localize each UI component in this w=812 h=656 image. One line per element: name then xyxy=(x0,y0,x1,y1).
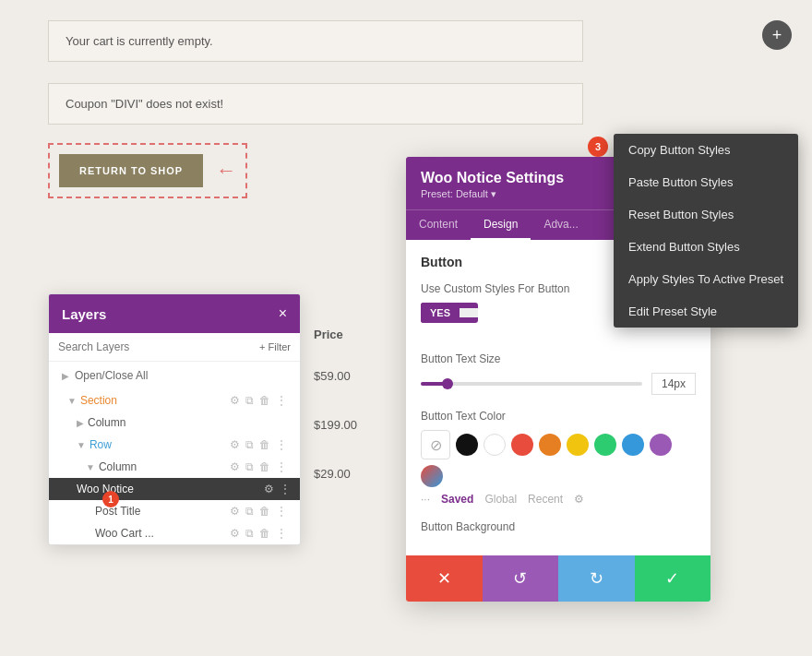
layers-filter-button[interactable]: + Filter xyxy=(259,341,291,352)
context-menu-item-edit-preset[interactable]: Edit Preset Style xyxy=(614,295,798,328)
context-menu-item-copy-button-styles[interactable]: Copy Button Styles xyxy=(614,134,798,166)
badge-3: 3 xyxy=(588,137,608,157)
open-close-arrow-icon: ▶ xyxy=(62,371,69,381)
layers-search-input[interactable] xyxy=(58,340,254,353)
layers-open-close-toggle[interactable]: ▶ Open/Close All xyxy=(49,362,300,389)
dots-more-icon[interactable]: ··· xyxy=(421,493,430,506)
return-to-shop-button[interactable]: RETURN TO SHOP xyxy=(59,154,203,187)
layer-item-woo-notice[interactable]: Woo Notice ⚙ ⋮ 1 xyxy=(49,478,300,500)
row-dots-icon[interactable]: ⋮ xyxy=(276,438,287,451)
layer-item-row[interactable]: ▼ Row ⚙ ⧉ 🗑 ⋮ xyxy=(49,434,300,456)
toggle-yes-part[interactable]: YES xyxy=(421,303,460,323)
toggle-no-part[interactable] xyxy=(460,308,478,317)
reset-button[interactable]: ↺ xyxy=(483,555,559,602)
layer-name-post-title: Post Title xyxy=(95,505,230,518)
text-size-slider-track[interactable] xyxy=(421,382,642,386)
color-gear-icon[interactable]: ⚙ xyxy=(574,493,584,506)
layer-copy-icon[interactable]: ⧉ xyxy=(245,394,254,407)
layer-toggle-arrow-icon[interactable]: ▼ xyxy=(67,396,77,406)
col2-gear-icon[interactable]: ⚙ xyxy=(230,460,240,473)
color-orange-swatch[interactable] xyxy=(539,434,561,456)
color-purple-swatch[interactable] xyxy=(650,434,672,456)
layer-item-section[interactable]: ▼ Section ⚙ ⧉ 🗑 ⋮ xyxy=(49,389,300,411)
price-item-3: $29.00 xyxy=(314,467,357,481)
color-tab-recent[interactable]: Recent xyxy=(528,493,563,506)
confirm-button[interactable]: ✓ xyxy=(635,555,711,602)
color-tab-saved[interactable]: Saved xyxy=(441,493,473,506)
layer-icons-col2: ⚙ ⧉ 🗑 ⋮ xyxy=(230,460,287,473)
layer-toggle-arrow-icon-row[interactable]: ▼ xyxy=(77,440,86,450)
text-color-label: Button Text Color xyxy=(421,410,696,423)
refresh-button[interactable]: ↻ xyxy=(558,555,635,602)
row-delete-icon[interactable]: 🗑 xyxy=(259,438,270,451)
tab-advanced[interactable]: Adva... xyxy=(531,210,591,240)
layer-delete-icon[interactable]: 🗑 xyxy=(259,394,270,407)
color-yellow-swatch[interactable] xyxy=(567,434,589,456)
layers-search-bar: + Filter xyxy=(49,333,300,362)
slider-thumb[interactable] xyxy=(442,378,453,389)
layer-dots-icon[interactable]: ⋮ xyxy=(276,394,287,407)
layers-close-button[interactable]: × xyxy=(279,305,287,322)
context-menu-item-apply-styles[interactable]: Apply Styles To Active Preset xyxy=(614,263,798,295)
context-menu-item-paste-button-styles[interactable]: Paste Button Styles xyxy=(614,166,798,198)
color-transparent-swatch[interactable]: ⊘ xyxy=(421,430,450,459)
color-green-swatch[interactable] xyxy=(594,434,616,456)
badge-1: 1 xyxy=(102,491,119,507)
post-delete-icon[interactable]: 🗑 xyxy=(259,505,270,518)
cart-copy-icon[interactable]: ⧉ xyxy=(245,527,254,540)
col2-copy-icon[interactable]: ⧉ xyxy=(245,460,254,473)
layers-panel: Layers × + Filter ▶ Open/Close All ▼ Sec… xyxy=(48,293,301,545)
layer-item-post-title[interactable]: Post Title ⚙ ⧉ 🗑 ⋮ xyxy=(49,500,300,522)
layer-item-column-2[interactable]: ▼ Column ⚙ ⧉ 🗑 ⋮ xyxy=(49,456,300,478)
add-element-button[interactable]: + xyxy=(762,20,792,50)
woo-dots-icon[interactable]: ⋮ xyxy=(280,483,291,495)
text-size-label: Button Text Size xyxy=(421,352,696,365)
col2-dots-icon[interactable]: ⋮ xyxy=(276,460,287,473)
layer-name-row: Row xyxy=(90,438,230,451)
woo-gear-icon[interactable]: ⚙ xyxy=(264,483,274,495)
post-gear-icon[interactable]: ⚙ xyxy=(230,505,240,518)
color-tab-global[interactable]: Global xyxy=(484,493,517,506)
layer-icons-woo-cart: ⚙ ⧉ 🗑 ⋮ xyxy=(230,527,287,540)
tab-design[interactable]: Design xyxy=(471,210,531,240)
cancel-button[interactable]: ✕ xyxy=(406,555,483,602)
layer-item-woo-cart[interactable]: Woo Cart ... ⚙ ⧉ 🗑 ⋮ xyxy=(49,522,300,544)
cart-delete-icon[interactable]: 🗑 xyxy=(259,527,270,540)
layer-icons-section: ⚙ ⧉ 🗑 ⋮ xyxy=(230,394,287,407)
layer-icons-row: ⚙ ⧉ 🗑 ⋮ xyxy=(230,438,287,451)
button-text-size-field: Button Text Size 14px xyxy=(421,352,696,395)
layer-name-column-2: Column xyxy=(99,460,230,473)
layer-gear-icon[interactable]: ⚙ xyxy=(230,394,240,407)
row-gear-icon[interactable]: ⚙ xyxy=(230,438,240,451)
cart-gear-icon[interactable]: ⚙ xyxy=(230,527,240,540)
color-blue-swatch[interactable] xyxy=(622,434,644,456)
context-menu-item-extend-button-styles[interactable]: Extend Button Styles xyxy=(614,231,798,263)
arrow-indicator-icon: ← xyxy=(216,159,236,183)
price-column: Price $59.00 $199.00 $29.00 xyxy=(314,328,357,516)
cart-dots-icon[interactable]: ⋮ xyxy=(276,527,287,540)
color-swatches-row: ⊘ xyxy=(421,430,696,487)
price-item-1: $59.00 xyxy=(314,369,357,383)
context-menu-item-reset-button-styles[interactable]: Reset Button Styles xyxy=(614,198,798,231)
use-custom-toggle[interactable]: YES xyxy=(421,303,478,323)
layer-toggle-arrow-icon-col2[interactable]: ▼ xyxy=(86,462,95,472)
post-dots-icon[interactable]: ⋮ xyxy=(276,505,287,518)
cart-empty-notice: Your cart is currently empty. xyxy=(48,20,583,62)
layer-name-section: Section xyxy=(80,394,230,407)
text-size-slider-row: 14px xyxy=(421,373,696,395)
color-gradient-swatch[interactable] xyxy=(421,465,443,487)
col2-delete-icon[interactable]: 🗑 xyxy=(259,460,270,473)
color-white-swatch[interactable] xyxy=(484,434,506,456)
color-meta-row: ··· Saved Global Recent ⚙ xyxy=(421,493,696,506)
color-red-swatch[interactable] xyxy=(511,434,533,456)
row-copy-icon[interactable]: ⧉ xyxy=(245,438,254,451)
layer-name-column-1: Column xyxy=(88,416,287,429)
settings-footer: ✕ ↺ ↻ ✓ xyxy=(406,555,710,602)
price-header: Price xyxy=(314,328,357,341)
bg-label: Button Background xyxy=(421,520,696,533)
color-black-swatch[interactable] xyxy=(456,434,478,456)
post-copy-icon[interactable]: ⧉ xyxy=(245,505,254,518)
tab-content[interactable]: Content xyxy=(406,210,471,240)
layer-item-column-1[interactable]: ▶ Column xyxy=(49,411,300,434)
layer-toggle-arrow-icon-col1[interactable]: ▶ xyxy=(77,418,84,428)
